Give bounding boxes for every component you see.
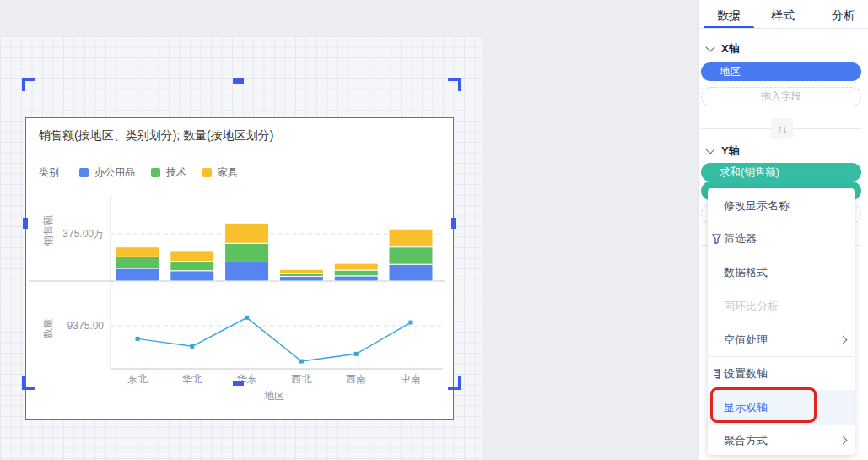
menu-item-label: 设置数轴 xyxy=(724,366,768,382)
field-context-menu: 修改显示名称筛选器数据格式同环比分析空值处理设置数轴显示双轴聚合方式 xyxy=(708,188,855,455)
menu-item-label: 聚合方式 xyxy=(724,433,768,448)
legend-label: 办公用品 xyxy=(94,165,135,180)
resize-handle-bottom[interactable] xyxy=(233,381,244,386)
resize-handle-right[interactable] xyxy=(451,218,456,229)
resize-handle-top[interactable] xyxy=(233,78,244,84)
chevron-right-icon xyxy=(839,335,848,344)
line-marker[interactable] xyxy=(190,344,194,349)
x-axis-drop-zone[interactable]: 拖入字段 xyxy=(701,87,861,106)
axis-icon xyxy=(711,368,722,380)
tabs-divider xyxy=(699,28,868,29)
menu-item-5[interactable]: 空值处理 xyxy=(708,323,855,356)
menu-item-label: 空值处理 xyxy=(724,333,768,348)
resize-handle-left[interactable] xyxy=(23,218,28,229)
line-marker[interactable] xyxy=(409,321,413,325)
x-axis-pill-region[interactable]: 地区 xyxy=(701,62,861,81)
bi-editor-window: 销售额(按地区、类别划分); 数量(按地区划分) 类别 办公用品技术家具 销售额… xyxy=(0,0,868,460)
menu-item-3[interactable]: 数据格式 xyxy=(708,256,855,290)
legend-label: 技术 xyxy=(166,165,186,180)
x-axis-section-label: X轴 xyxy=(721,41,740,57)
y-axis-pill-sales-sum[interactable]: 求和(销售额) xyxy=(701,163,861,181)
sales-axis-title: 销售额 xyxy=(42,215,54,246)
menu-item-label: 同环比分析 xyxy=(724,299,779,314)
resize-handle-top-left[interactable] xyxy=(22,78,35,91)
menu-item-label: 数据格式 xyxy=(724,265,768,280)
bar-segment[interactable] xyxy=(279,273,323,276)
swap-axes-button[interactable]: ↑↓ xyxy=(771,118,793,139)
menu-separator xyxy=(708,356,855,357)
category-tick-label: 中南 xyxy=(401,373,421,385)
chevron-right-icon xyxy=(839,436,848,445)
category-tick-label: 西北 xyxy=(291,373,311,385)
legend-swatch xyxy=(202,168,212,177)
chevron-down-icon[interactable] xyxy=(705,144,714,154)
menu-item-1[interactable]: 修改显示名称 xyxy=(708,189,855,222)
legend-swatch xyxy=(79,168,89,177)
quantity-axis-title: 数量 xyxy=(42,318,54,338)
menu-item-label: 修改显示名称 xyxy=(724,198,790,214)
bar-segment[interactable] xyxy=(225,262,269,281)
x-axis-title: 地区 xyxy=(264,390,284,402)
dashboard-canvas[interactable]: 销售额(按地区、类别划分); 数量(按地区划分) 类别 办公用品技术家具 销售额… xyxy=(0,36,482,460)
bar-segment[interactable] xyxy=(116,247,159,257)
resize-handle-bottom-left[interactable] xyxy=(22,376,35,390)
legend-swatch xyxy=(151,168,160,177)
legend-item[interactable]: 家具 xyxy=(202,165,238,180)
menu-item-label: 筛选器 xyxy=(724,231,757,246)
bar-segment[interactable] xyxy=(389,247,433,264)
line-marker[interactable] xyxy=(136,337,140,341)
bar-segment[interactable] xyxy=(389,264,433,281)
line-marker[interactable] xyxy=(245,316,249,320)
menu-item-4: 同环比分析 xyxy=(708,290,855,323)
tab-analysis[interactable]: 分析 xyxy=(818,6,868,24)
menu-item-6[interactable]: 设置数轴 xyxy=(708,358,855,390)
bar-segment[interactable] xyxy=(116,268,159,281)
menu-item-2[interactable]: 筛选器 xyxy=(708,222,855,256)
chart-widget[interactable]: 销售额(按地区、类别划分); 数量(按地区划分) 类别 办公用品技术家具 销售额… xyxy=(25,117,454,420)
menu-item-7[interactable]: 显示双轴 xyxy=(708,390,855,425)
sales-axis-tick: 375.00万 xyxy=(62,228,104,240)
y-axis-section-label: Y轴 xyxy=(721,143,740,159)
bar-segment[interactable] xyxy=(225,243,269,262)
bar-segment[interactable] xyxy=(225,223,269,243)
bar-segment[interactable] xyxy=(334,270,378,276)
legend-item[interactable]: 办公用品 xyxy=(79,165,135,180)
quantity-axis-tick: 9375.00 xyxy=(67,320,105,332)
quantity-line xyxy=(137,317,411,361)
chart-legend: 类别 办公用品技术家具 xyxy=(39,165,254,180)
resize-handle-top-right[interactable] xyxy=(448,78,461,91)
line-marker[interactable] xyxy=(354,352,359,356)
chevron-down-icon[interactable] xyxy=(705,42,714,51)
tab-style[interactable]: 样式 xyxy=(757,6,808,24)
tab-data[interactable]: 数据 xyxy=(704,6,754,24)
bar-segment[interactable] xyxy=(334,263,378,270)
category-tick-label: 西南 xyxy=(346,373,366,385)
menu-item-label: 显示双轴 xyxy=(724,400,768,415)
bar-segment[interactable] xyxy=(170,262,214,271)
bar-segment[interactable] xyxy=(389,229,433,247)
resize-handle-bottom-right[interactable] xyxy=(448,376,461,390)
legend-field-label: 类别 xyxy=(39,165,59,180)
bar-segment[interactable] xyxy=(279,276,323,281)
legend-label: 家具 xyxy=(218,165,238,180)
menu-item-8[interactable]: 聚合方式 xyxy=(708,425,855,455)
bar-segment[interactable] xyxy=(116,257,159,268)
bar-segment[interactable] xyxy=(170,271,214,281)
chart-title: 销售额(按地区、类别划分); 数量(按地区划分) xyxy=(39,128,273,143)
line-marker[interactable] xyxy=(299,360,304,364)
filter-icon xyxy=(711,234,722,245)
category-tick-label: 华北 xyxy=(182,373,202,385)
category-tick-label: 东北 xyxy=(127,373,148,385)
panel-scrollbar-track[interactable] xyxy=(865,0,865,460)
bar-segment[interactable] xyxy=(170,251,214,262)
bar-segment[interactable] xyxy=(279,269,323,273)
bar-segment[interactable] xyxy=(334,276,378,281)
legend-item[interactable]: 技术 xyxy=(151,165,186,180)
